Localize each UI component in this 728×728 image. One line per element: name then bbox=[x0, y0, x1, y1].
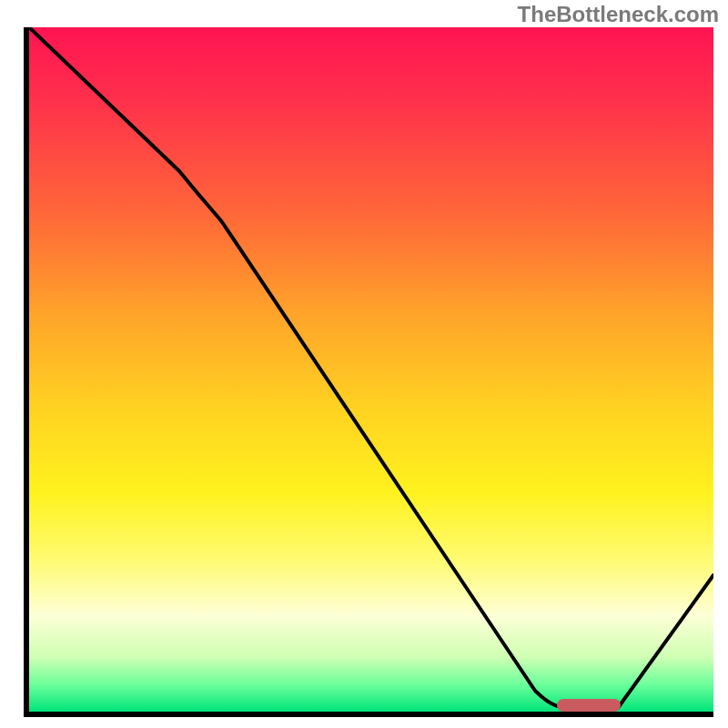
plot-area bbox=[24, 27, 713, 717]
optimal-range-marker bbox=[557, 699, 621, 712]
curve-path bbox=[29, 27, 713, 708]
chart-container: TheBottleneck.com bbox=[0, 0, 728, 728]
bottleneck-curve bbox=[29, 27, 713, 712]
watermark-text: TheBottleneck.com bbox=[518, 2, 719, 27]
